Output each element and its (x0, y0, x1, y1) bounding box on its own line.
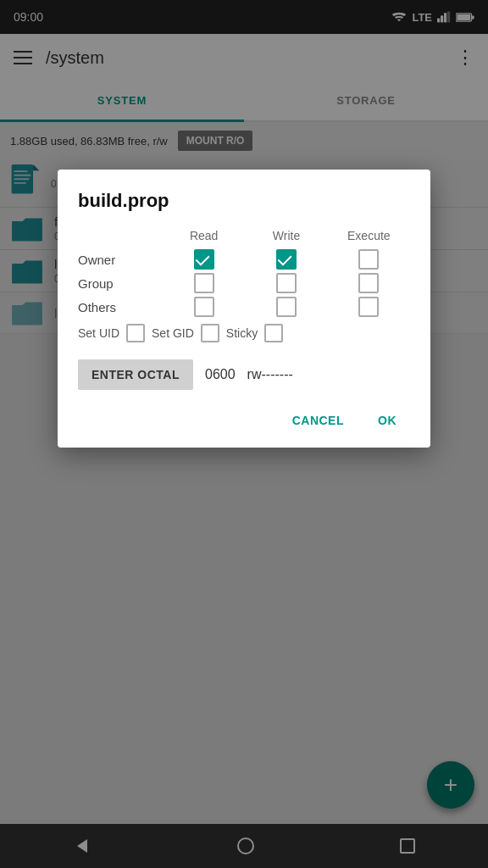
owner-label: Owner (78, 253, 163, 267)
set-gid-label: Set GID (152, 326, 194, 340)
owner-execute-checkbox[interactable] (358, 249, 379, 270)
group-write-checkbox[interactable] (276, 273, 297, 293)
octal-row: ENTER OCTAL 0600 rw------- (78, 359, 410, 390)
set-gid-checkbox[interactable] (201, 324, 219, 342)
permissions-header: Read Write Execute (78, 229, 410, 242)
group-row: Group (78, 273, 410, 293)
dialog-actions: CANCEL OK (78, 407, 410, 434)
owner-read-checkbox[interactable] (194, 249, 214, 270)
group-label: Group (78, 276, 163, 291)
sticky-checkbox[interactable] (264, 324, 283, 342)
others-write-checkbox[interactable] (276, 297, 297, 317)
sticky-label: Sticky (226, 326, 258, 340)
permissions-grid: Read Write Execute Owner (78, 229, 410, 317)
others-label: Others (78, 300, 163, 314)
dialog-title: build.prop (78, 190, 410, 212)
group-execute-checkbox[interactable] (358, 273, 379, 293)
col-execute-header: Execute (347, 229, 391, 242)
set-uid-label: Set UID (78, 326, 119, 340)
col-write-header: Write (273, 229, 300, 242)
octal-value: 0600 (205, 367, 236, 382)
others-row: Others (78, 297, 410, 317)
others-read-checkbox[interactable] (194, 297, 214, 317)
others-execute-checkbox[interactable] (358, 297, 379, 317)
enter-octal-button[interactable]: ENTER OCTAL (78, 359, 193, 390)
owner-write-checkbox[interactable] (276, 249, 297, 270)
set-uid-checkbox[interactable] (126, 324, 145, 342)
octal-perm-text: rw------- (247, 367, 293, 382)
group-read-checkbox[interactable] (194, 273, 214, 293)
ok-button[interactable]: OK (364, 407, 410, 434)
cancel-button[interactable]: CANCEL (279, 407, 358, 434)
permissions-dialog: build.prop Read Write Execute Owner (58, 170, 430, 448)
col-read-header: Read (190, 229, 218, 242)
dialog-overlay: build.prop Read Write Execute Owner (0, 0, 488, 868)
owner-row: Owner (78, 249, 410, 270)
special-flags-row: Set UID Set GID Sticky (78, 324, 410, 342)
